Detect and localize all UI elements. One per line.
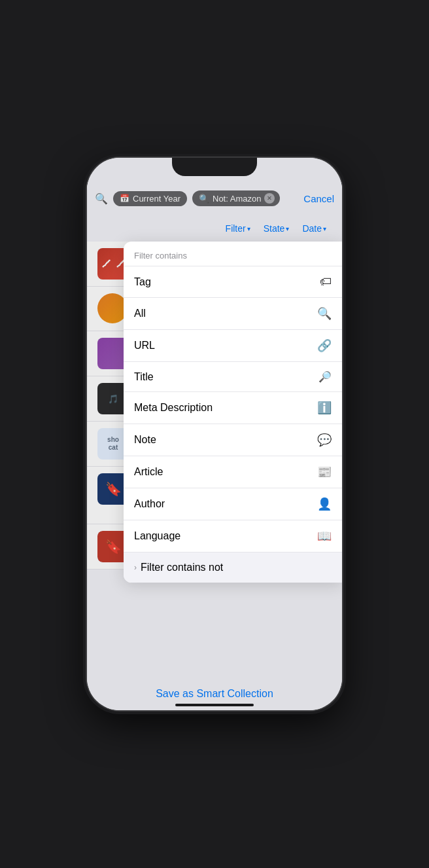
filter-all-label: All [134,308,146,319]
all-search-icon: 🔍 [317,306,332,321]
link-icon: 🔗 [317,338,332,353]
filter-article-label: Article [134,466,163,478]
phone-frame: 🔍 📅 Current Year 🔍 Not: Amazon ✕ Cancel … [87,158,342,710]
filter-language-label: Language [134,530,180,542]
filter-contains-not-item[interactable]: › Filter contains not [124,552,342,583]
notch [172,158,257,176]
filter-tag-label: Tag [134,276,151,288]
dropdown-header: Filter contains [124,242,342,266]
filter-dropdown-menu: Filter contains Tag 🏷 All 🔍 URL 🔗 Title … [124,242,342,583]
filter-url-label: URL [134,340,155,352]
filter-url-item[interactable]: URL 🔗 [124,330,342,362]
article-icon: 📰 [317,465,332,479]
filter-note-label: Note [134,434,156,446]
filter-author-label: Author [134,498,165,510]
tag-icon: 🏷 [320,275,332,289]
filter-note-item[interactable]: Note 💬 [124,424,342,456]
person-icon: 👤 [317,497,332,511]
filter-title-label: Title [134,371,154,383]
info-icon: ℹ️ [317,401,332,415]
note-icon: 💬 [317,433,332,447]
chevron-right-icon: › [134,563,137,572]
screen: 🔍 📅 Current Year 🔍 Not: Amazon ✕ Cancel … [87,158,342,710]
filter-meta-label: Meta Description [134,402,213,414]
title-icon: 🔎 [318,371,332,383]
filter-title-item[interactable]: Title 🔎 [124,362,342,392]
filter-author-item[interactable]: Author 👤 [124,488,342,520]
language-icon: 📖 [317,529,332,543]
filter-language-item[interactable]: Language 📖 [124,520,342,552]
filter-meta-item[interactable]: Meta Description ℹ️ [124,392,342,424]
filter-tag-item[interactable]: Tag 🏷 [124,266,342,298]
filter-article-item[interactable]: Article 📰 [124,456,342,488]
filter-contains-not-label: Filter contains not [141,562,223,573]
filter-all-item[interactable]: All 🔍 [124,298,342,330]
